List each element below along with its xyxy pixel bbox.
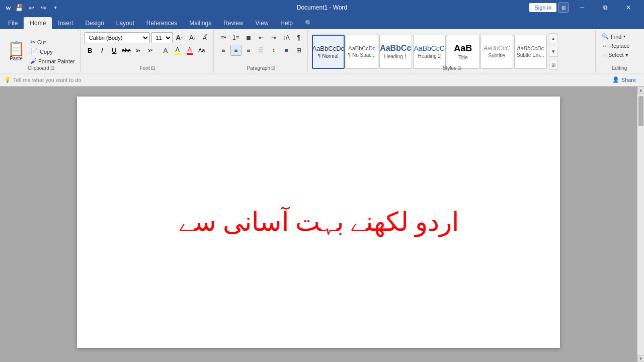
increase-indent-button[interactable]: ⇥ [268, 32, 279, 43]
font-group: Calibri (Body) 11 A+ A- A✕ B I U abc x₂ … [82, 30, 214, 72]
lightbulb-icon: 💡 [4, 76, 11, 83]
share-button[interactable]: 👤 Share [608, 75, 640, 84]
strikethrough-button[interactable]: abc [121, 45, 132, 56]
tab-insert[interactable]: Insert [52, 17, 79, 29]
styles-label: Styles ⊡ [309, 65, 595, 71]
style-subtle-em[interactable]: AaBbCcDc Subtle Em... [514, 35, 547, 69]
save-quick-btn[interactable]: 💾 [14, 3, 24, 13]
style-h2-preview: AaBbCcC [414, 44, 445, 52]
font-expand-icon[interactable]: ⊡ [151, 65, 155, 71]
italic-button[interactable]: I [97, 45, 108, 56]
numbering-button[interactable]: 1≡ [230, 32, 242, 43]
copy-icon: 📄 [30, 48, 38, 55]
tell-me-input[interactable]: 💡 Tell me what you want to do [4, 76, 608, 83]
font-size-select[interactable]: 11 [151, 32, 173, 43]
find-button[interactable]: 🔍 Find ▾ [600, 32, 631, 41]
format-painter-button[interactable]: 🖌 Format Painter [28, 57, 77, 65]
ribbon-display-btn[interactable]: ⊞ [558, 3, 569, 13]
tab-view[interactable]: View [250, 17, 275, 29]
font-grow-button[interactable]: A+ [174, 32, 185, 43]
align-center-button[interactable]: ≡ [230, 45, 242, 56]
find-icon: 🔍 [602, 33, 609, 40]
style-subtle-em-label: Subtle Em... [517, 52, 544, 58]
style-nospace-label: ¶ No Spac... [348, 52, 376, 58]
change-case-button[interactable]: Aa [196, 45, 207, 56]
style-normal-label: ¶ Normal [318, 53, 338, 59]
styles-group: AaBbCcDc ¶ Normal AaBbCcDc ¶ No Spac... … [309, 30, 596, 72]
redo-quick-btn[interactable]: ↪ [38, 3, 48, 13]
font-format-row: B I U abc x₂ x² A A A [85, 45, 207, 56]
tell-me-placeholder: Tell me what you want to do [13, 77, 82, 83]
style-heading1[interactable]: AaBbCc Heading 1 [379, 35, 412, 69]
underline-button[interactable]: U [109, 45, 120, 56]
document-page[interactable]: اردو لکھنے بہت آسانی سے [77, 97, 560, 348]
highlight-color-button[interactable]: A [172, 45, 183, 56]
format-painter-label: Format Painter [38, 58, 75, 64]
tab-references[interactable]: References [140, 17, 183, 29]
style-no-space[interactable]: AaBbCcDc ¶ No Spac... [346, 35, 378, 69]
replace-button[interactable]: ↔ Replace [600, 42, 631, 50]
styles-scroll-down[interactable]: ▼ [549, 47, 558, 57]
shading-button[interactable]: ■ [281, 45, 292, 56]
sign-in-button[interactable]: Sign in [529, 3, 556, 12]
text-effects-button[interactable]: A [160, 45, 171, 56]
font-shrink-button[interactable]: A- [187, 32, 198, 43]
ribbon-toolbar: 📋 Paste ✂ Cut 📄 Copy 🖌 Format Painter [0, 29, 644, 73]
paragraph-label: Paragraph ⊡ [215, 65, 307, 71]
tab-home[interactable]: Home [24, 17, 52, 29]
tab-help[interactable]: Help [274, 17, 299, 29]
tab-review[interactable]: Review [217, 17, 249, 29]
subscript-button[interactable]: x₂ [133, 45, 144, 56]
styles-expand-icon[interactable]: ⊡ [457, 65, 461, 71]
paragraph-expand-icon[interactable]: ⊡ [271, 65, 275, 71]
tab-layout[interactable]: Layout [110, 17, 140, 29]
find-dropdown-icon: ▾ [623, 34, 625, 39]
style-title[interactable]: AaB Title [447, 35, 479, 69]
style-heading2[interactable]: AaBbCcC Heading 2 [413, 35, 446, 69]
copy-button[interactable]: 📄 Copy [28, 47, 77, 56]
select-icon: ⊹ [602, 52, 606, 58]
customize-quick-btn[interactable]: ▾ [50, 3, 60, 13]
styles-scroll-up[interactable]: ▲ [549, 33, 558, 43]
clipboard-label: Clipboard ⊡ [2, 65, 80, 71]
multilevel-list-button[interactable]: ≣ [243, 32, 254, 43]
clipboard-expand-icon[interactable]: ⊡ [50, 65, 54, 71]
document-page-area: اردو لکھنے بہت آسانی سے [0, 86, 637, 362]
scroll-track[interactable] [637, 94, 644, 355]
show-hide-button[interactable]: ¶ [293, 32, 304, 43]
minimize-button[interactable]: ─ [571, 0, 594, 15]
decrease-indent-button[interactable]: ⇤ [256, 32, 267, 43]
select-button[interactable]: ⊹ Select ▾ [600, 51, 631, 59]
line-spacing-button[interactable]: ↕ [268, 45, 279, 56]
font-name-select[interactable]: Calibri (Body) [85, 32, 150, 43]
cut-label: Cut [37, 39, 46, 45]
replace-label: Replace [609, 43, 629, 49]
superscript-button[interactable]: x² [145, 45, 156, 56]
style-subtitle[interactable]: AaBbCcC Subtitle [480, 35, 513, 69]
align-right-button[interactable]: ≡ [243, 45, 254, 56]
cut-button[interactable]: ✂ Cut [28, 38, 77, 46]
align-left-button[interactable]: ≡ [218, 45, 229, 56]
tab-mailings[interactable]: Mailings [183, 17, 217, 29]
sort-button[interactable]: ↕A [281, 32, 292, 43]
bold-button[interactable]: B [85, 45, 96, 56]
justify-button[interactable]: ☰ [256, 45, 267, 56]
window-title: Document1 - Word [297, 4, 347, 11]
style-h2-label: Heading 2 [418, 53, 441, 59]
clear-formatting-button[interactable]: A✕ [199, 32, 210, 43]
tab-file[interactable]: File [2, 17, 24, 29]
document-content[interactable]: اردو لکھنے بہت آسانی سے [117, 204, 520, 241]
undo-quick-btn[interactable]: ↩ [26, 3, 36, 13]
scroll-up-arrow[interactable]: ▲ [637, 86, 645, 94]
scroll-thumb[interactable] [638, 96, 643, 126]
scroll-down-arrow[interactable]: ▼ [637, 355, 645, 362]
tab-search-help[interactable]: 🔍 [299, 17, 318, 29]
tab-design[interactable]: Design [79, 17, 110, 29]
copy-label: Copy [40, 49, 53, 55]
style-normal[interactable]: AaBbCcDc ¶ Normal [312, 35, 345, 69]
bullets-button[interactable]: ≡• [218, 32, 229, 43]
font-color-button[interactable]: A [184, 45, 195, 56]
close-button[interactable]: ✕ [617, 0, 640, 15]
borders-button[interactable]: ⊞ [293, 45, 304, 56]
restore-button[interactable]: ⧉ [594, 0, 617, 15]
